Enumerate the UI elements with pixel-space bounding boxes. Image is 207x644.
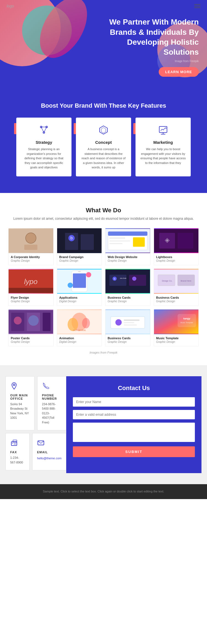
svg-point-54 — [14, 317, 22, 325]
svg-rect-53 — [43, 312, 51, 331]
svg-rect-69 — [177, 314, 196, 327]
features-grid: Strategy Strategic planning is an organi… — [8, 118, 199, 176]
svg-point-76 — [12, 443, 13, 444]
contact-name-input[interactable] — [73, 397, 195, 407]
svg-text:b: b — [70, 235, 73, 240]
fax-value: 1-234-567-8900 — [10, 455, 25, 465]
portfolio-item[interactable]: A Corporate Identity Graphic Design — [8, 228, 54, 265]
svg-point-59 — [82, 318, 90, 328]
contact-info-top-row: OUR MAIN OFFICE SoHo 94 Broadway St New … — [6, 376, 66, 433]
portfolio-thumb — [105, 309, 150, 334]
portfolio-info: Music Template Graphic Design — [154, 334, 199, 346]
what-we-do-subtitle: Lorem ipsum dolor sit amet, consectetur … — [6, 216, 201, 221]
portfolio-category: Graphic Design — [156, 340, 197, 343]
contact-form: Contact Us SUBMIT — [66, 376, 201, 473]
fax-label: FAX — [10, 450, 25, 454]
svg-text:Music Template: Music Template — [180, 321, 193, 324]
svg-rect-65 — [124, 322, 134, 323]
phone-label: PHONE NUMBER — [42, 394, 62, 400]
contact-message-input[interactable] — [73, 423, 195, 442]
portfolio-category: Graphic Design — [108, 340, 148, 343]
portfolio-item[interactable]: Design Co. Brand Here Business Cards Gra… — [154, 269, 199, 306]
hero-image-credit: Image from Freepik — [102, 60, 199, 63]
svg-line-4 — [41, 127, 44, 132]
portfolio-item[interactable]: b John Smith Business Cards Graphic Desi… — [105, 269, 150, 306]
portfolio-item[interactable]: OUT OF DUE Animation Digital Design — [57, 309, 102, 346]
portfolio-thumb — [9, 228, 53, 253]
phone-icon — [42, 382, 62, 391]
portfolio-category: Graphic Design — [156, 259, 197, 262]
what-we-do-section: What We Do Lorem ipsum dolor sit amet, c… — [0, 193, 207, 365]
portfolio-name: Animation — [59, 336, 100, 340]
portfolio-info: Business Cards Graphic Design — [105, 334, 150, 346]
learn-more-button[interactable]: LEARN MORE — [159, 67, 199, 77]
svg-rect-13 — [57, 229, 102, 253]
portfolio-grid: A Corporate Identity Graphic Design b Br… — [6, 228, 201, 346]
contact-phone: PHONE NUMBER 234-9876-5400 888-0123-4567… — [37, 376, 66, 431]
svg-line-5 — [44, 127, 47, 132]
portfolio-info: Applications Digital Design — [57, 294, 102, 306]
footer: Sample text. Click to select the text bo… — [0, 484, 207, 499]
portfolio-info: Business Cards Graphic Design — [154, 294, 199, 306]
portfolio-category: Graphic Design — [11, 259, 51, 262]
hero-title: We Partner With Modern Brands & Individu… — [102, 17, 199, 57]
portfolio-item[interactable]: Applications Digital Design — [57, 269, 102, 306]
svg-rect-22 — [109, 240, 130, 242]
fax-icon — [10, 439, 25, 448]
svg-point-44 — [132, 277, 136, 281]
footer-text: Sample text. Click to select the text bo… — [6, 489, 201, 494]
portfolio-name: Web Design Website — [108, 255, 148, 259]
portfolio-category: Graphic Design — [11, 300, 51, 303]
portfolio-item[interactable]: tangy Music Template Music Template Grap… — [154, 309, 199, 346]
contact-main-office: OUR MAIN OFFICE SoHo 94 Broadway St New … — [6, 376, 34, 431]
portfolio-item[interactable]: b Brand Campaign Graphic Design — [57, 228, 102, 265]
svg-rect-75 — [14, 443, 16, 444]
portfolio-thumb: tangy Music Template — [154, 309, 199, 334]
svg-text:OUT OF DUE: OUT OF DUE — [73, 329, 86, 332]
portfolio-item[interactable]: Business Cards Graphic Design — [105, 309, 150, 346]
contact-email-input[interactable] — [73, 410, 195, 419]
menu-button[interactable] — [194, 4, 200, 8]
svg-rect-20 — [108, 231, 148, 235]
svg-rect-6 — [159, 126, 167, 132]
contact-email: EMAIL hello@theme.com — [32, 433, 66, 470]
feature-desc-strategy: Strategic planning is an organization's … — [21, 147, 67, 170]
portfolio-item[interactable]: Poster Cards Graphic Design — [8, 309, 54, 346]
portfolio-name: Poster Cards — [11, 336, 51, 340]
svg-rect-43 — [129, 275, 146, 286]
portfolio-item[interactable]: lypo Flyer Design Graphic Design — [8, 269, 54, 306]
hero-content: We Partner With Modern Brands & Individu… — [102, 17, 199, 77]
svg-text:◈: ◈ — [164, 236, 169, 243]
portfolio-category: Digital Design — [59, 340, 100, 343]
svg-text:tangy: tangy — [183, 317, 190, 320]
portfolio-info: A Corporate Identity Graphic Design — [9, 253, 53, 265]
portfolio-thumb — [105, 228, 150, 253]
svg-point-55 — [28, 315, 39, 326]
hero-section: We Partner With Modern Brands & Individu… — [0, 0, 207, 88]
submit-button[interactable]: SUBMIT — [73, 446, 195, 457]
location-icon — [10, 382, 30, 391]
svg-marker-9 — [165, 128, 166, 129]
email-link[interactable]: hello@theme.com — [37, 457, 62, 460]
svg-point-11 — [26, 233, 36, 243]
header: logo — [0, 0, 207, 12]
portfolio-name: Music Template — [156, 336, 197, 340]
portfolio-thumb: ◈ — [154, 228, 199, 253]
phone-value: 234-9876-5400 888-0123-4567(Toll Free) — [42, 402, 62, 425]
images-credit: Images from Freepik — [6, 346, 201, 357]
portfolio-info: Lightboxes Graphic Design — [154, 253, 199, 265]
portfolio-item[interactable]: ◈ Lightboxes Graphic Design — [154, 228, 199, 265]
svg-rect-64 — [124, 319, 140, 321]
feature-desc-marketing: We can help you to boost engagement with… — [140, 147, 186, 165]
portfolio-thumb: Design Co. Brand Here — [154, 269, 199, 294]
svg-point-36 — [86, 272, 91, 277]
svg-text:lypo: lypo — [24, 277, 38, 285]
email-icon — [37, 439, 62, 448]
portfolio-name: Business Cards — [156, 296, 197, 299]
portfolio-info: Flyer Design Graphic Design — [9, 294, 53, 306]
portfolio-item[interactable]: Web Design Website Graphic Design — [105, 228, 150, 265]
svg-rect-31 — [9, 288, 53, 293]
portfolio-info: Animation Digital Design — [57, 334, 102, 346]
svg-text:b: b — [114, 277, 115, 280]
portfolio-category: Graphic Design — [59, 259, 100, 262]
